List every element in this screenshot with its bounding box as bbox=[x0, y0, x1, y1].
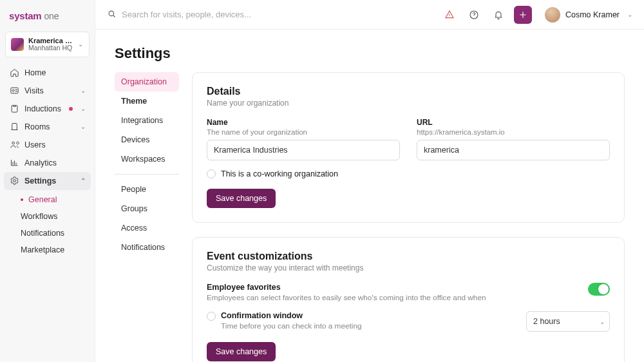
save-events-button[interactable]: Save changes bbox=[207, 342, 276, 361]
brand-main: systam bbox=[9, 10, 42, 21]
svg-point-4 bbox=[13, 180, 15, 182]
topbar-actions: Cosmo Kramer ⌄ bbox=[440, 6, 632, 24]
coworking-radio[interactable] bbox=[207, 169, 216, 178]
save-details-button[interactable]: Save changes bbox=[207, 189, 276, 208]
clipboard-icon bbox=[9, 104, 19, 114]
org-location: Manhattan HQ bbox=[28, 44, 73, 52]
name-input[interactable] bbox=[207, 140, 400, 160]
settings-nav: Organization Theme Integrations Devices … bbox=[115, 72, 179, 257]
sn-groups[interactable]: Groups bbox=[115, 199, 179, 218]
url-help: https://kramerica.systam.io bbox=[417, 128, 610, 136]
sn-organization[interactable]: Organization bbox=[115, 72, 179, 91]
nav-label: Settings bbox=[24, 176, 75, 186]
chevron-down-icon: ⌄ bbox=[80, 105, 86, 112]
sn-theme[interactable]: Theme bbox=[115, 91, 179, 111]
subnav-label: General bbox=[28, 195, 57, 204]
url-label: URL bbox=[417, 118, 610, 127]
door-icon bbox=[9, 122, 19, 132]
bullet-icon bbox=[21, 198, 23, 201]
id-icon bbox=[9, 86, 19, 96]
avatar bbox=[545, 7, 560, 23]
events-card: Event customizations Customize the way y… bbox=[192, 237, 625, 362]
chevron-down-icon: ⌄ bbox=[80, 123, 86, 130]
chevron-updown-icon: ⌄ bbox=[77, 41, 84, 48]
nav-analytics[interactable]: Analytics bbox=[4, 154, 91, 172]
sidebar: systam one Kramerica Industries Manhatta… bbox=[0, 0, 95, 362]
nav-label: Rooms bbox=[24, 122, 75, 131]
brand-sub: one bbox=[44, 11, 59, 21]
sn-integrations[interactable]: Integrations bbox=[115, 111, 179, 130]
alert-dot bbox=[69, 107, 73, 111]
svg-point-5 bbox=[109, 11, 114, 16]
sn-people[interactable]: People bbox=[115, 180, 179, 199]
confirmation-radio[interactable] bbox=[207, 312, 216, 321]
subnav-label: Marketplace bbox=[21, 245, 64, 254]
main: Cosmo Kramer ⌄ Settings Organization The… bbox=[95, 0, 644, 362]
nav-rooms[interactable]: Rooms ⌄ bbox=[4, 118, 91, 136]
org-name: Kramerica Industries bbox=[28, 37, 73, 44]
subnav-label: Notifications bbox=[21, 229, 64, 238]
org-switcher[interactable]: Kramerica Industries Manhattan HQ ⌄ bbox=[5, 32, 90, 57]
details-card: Details Name your organization Name The … bbox=[192, 72, 625, 223]
subnav-marketplace[interactable]: Marketplace bbox=[15, 242, 91, 258]
nav-users[interactable]: Users bbox=[4, 136, 91, 154]
users-icon bbox=[9, 140, 19, 150]
nav-label: Analytics bbox=[24, 158, 86, 167]
alert-icon[interactable] bbox=[440, 6, 459, 24]
details-subtitle: Name your organization bbox=[207, 99, 610, 108]
nav-label: Visits bbox=[24, 86, 75, 95]
chevron-down-icon: ⌄ bbox=[627, 11, 632, 18]
confirmation-desc: Time before you can check into a meeting bbox=[221, 321, 362, 330]
nav-settings[interactable]: Settings ⌃ bbox=[4, 172, 91, 190]
chevron-down-icon: ⌄ bbox=[80, 87, 86, 94]
nav-label: Users bbox=[24, 140, 86, 149]
svg-point-1 bbox=[12, 90, 14, 91]
user-menu[interactable]: Cosmo Kramer ⌄ bbox=[545, 7, 632, 23]
subnav-workflows[interactable]: Workflows bbox=[15, 208, 91, 225]
sn-devices[interactable]: Devices bbox=[115, 130, 179, 149]
chart-icon bbox=[9, 158, 19, 168]
name-label: Name bbox=[207, 118, 400, 127]
content: Settings Organization Theme Integrations… bbox=[95, 30, 644, 362]
subnav-label: Workflows bbox=[21, 212, 57, 221]
coworking-label: This is a co-working organization bbox=[221, 169, 338, 178]
sn-notifications[interactable]: Notifications bbox=[115, 238, 179, 257]
name-help: The name of your organization bbox=[207, 128, 400, 136]
primary-nav: Home Visits ⌄ Inductions ⌄ Rooms ⌄ Users… bbox=[0, 64, 95, 258]
details-title: Details bbox=[207, 86, 610, 97]
favorites-desc: Employees can select favorites to easily… bbox=[207, 293, 486, 302]
org-avatar bbox=[11, 38, 24, 51]
nav-home[interactable]: Home bbox=[4, 64, 91, 82]
events-subtitle: Customize the way you interact with meet… bbox=[207, 263, 610, 272]
nav-label: Inductions bbox=[24, 104, 64, 113]
gear-icon bbox=[9, 176, 19, 186]
confirmation-select[interactable] bbox=[526, 311, 610, 332]
nav-visits[interactable]: Visits ⌄ bbox=[4, 82, 91, 100]
page-title: Settings bbox=[115, 45, 625, 62]
events-title: Event customizations bbox=[207, 251, 610, 262]
search[interactable] bbox=[107, 9, 434, 21]
nav-label: Home bbox=[24, 68, 86, 77]
sn-workspaces[interactable]: Workspaces bbox=[115, 149, 179, 169]
subnav-general[interactable]: General bbox=[15, 191, 91, 208]
chevron-up-icon: ⌃ bbox=[80, 177, 86, 184]
logo: systam one bbox=[0, 5, 95, 29]
subnav-notifications[interactable]: Notifications bbox=[15, 225, 91, 242]
topbar: Cosmo Kramer ⌄ bbox=[95, 0, 644, 30]
divider bbox=[115, 174, 179, 175]
home-icon bbox=[9, 68, 19, 78]
favorites-toggle[interactable] bbox=[588, 283, 610, 296]
help-icon[interactable] bbox=[465, 6, 483, 24]
favorites-title: Employee favorites bbox=[207, 283, 486, 292]
settings-subnav: General Workflows Notifications Marketpl… bbox=[4, 191, 91, 258]
bell-icon[interactable] bbox=[489, 6, 507, 24]
confirmation-title: Confirmation window bbox=[221, 311, 362, 320]
add-button[interactable] bbox=[514, 6, 532, 24]
url-input[interactable] bbox=[417, 140, 610, 160]
sn-access[interactable]: Access bbox=[115, 218, 179, 238]
confirmation-select-wrap: ⌄ bbox=[526, 311, 610, 332]
nav-inductions[interactable]: Inductions ⌄ bbox=[4, 100, 91, 118]
svg-point-3 bbox=[12, 142, 14, 144]
user-name: Cosmo Kramer bbox=[565, 10, 620, 19]
search-input[interactable] bbox=[122, 10, 434, 19]
